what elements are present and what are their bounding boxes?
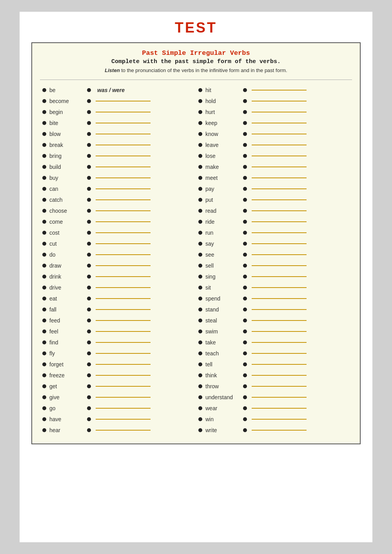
right-column: hitholdhurtkeepknowleavelosemakemeetpayp… (196, 85, 352, 436)
answer-input-line[interactable] (252, 199, 307, 200)
verb-grid: bewas / werebecomebeginbiteblowbreakbrin… (40, 85, 352, 436)
answer-input-line[interactable] (96, 408, 151, 409)
answer-input-line[interactable] (252, 210, 307, 211)
answer-input-line[interactable] (96, 254, 151, 255)
answer-input-line[interactable] (252, 353, 307, 354)
verb-word: eat (49, 295, 81, 302)
answer-input-line[interactable] (96, 167, 151, 167)
answer-input-line[interactable] (96, 265, 151, 266)
answer-input-line[interactable] (96, 397, 151, 398)
answer-input-line[interactable] (252, 221, 307, 222)
bullet-icon (87, 253, 91, 257)
answer-input-line[interactable] (96, 177, 151, 178)
verb-word: win (205, 416, 237, 422)
answer-input-line[interactable] (252, 309, 307, 310)
bullet-icon (198, 154, 202, 158)
answer-input-line[interactable] (252, 177, 307, 178)
answer-input-line[interactable] (252, 243, 307, 244)
answer-input-line[interactable] (96, 353, 151, 354)
answer-input-line[interactable] (96, 221, 151, 222)
answer-input-line[interactable] (96, 342, 151, 343)
list-item: build (40, 161, 196, 172)
bullet-icon (243, 351, 247, 355)
answer-input-line[interactable] (96, 287, 151, 288)
answer-input-line[interactable] (252, 232, 307, 233)
answer-input-line[interactable] (96, 156, 151, 156)
answer-input-line[interactable] (252, 298, 307, 299)
answer-input-line[interactable] (252, 320, 307, 321)
answer-input-line[interactable] (96, 331, 151, 332)
answer-input-line[interactable] (252, 331, 307, 332)
list-item: drink (40, 271, 196, 282)
bullet-icon (243, 428, 247, 432)
bullet-icon (243, 297, 247, 301)
verb-word: freeze (49, 372, 81, 378)
answer-input-line[interactable] (252, 397, 307, 398)
answer-input-line[interactable] (252, 408, 307, 409)
answer-input-line[interactable] (252, 90, 307, 91)
list-item: lose (196, 150, 352, 161)
bullet-icon (42, 253, 46, 257)
answer-input-line[interactable] (96, 243, 151, 244)
answer-input-line[interactable] (252, 167, 307, 167)
answer-input-line[interactable] (96, 123, 151, 123)
instruction-text: to the pronunciation of the verbs in the… (120, 67, 287, 73)
answer-input-line[interactable] (96, 134, 151, 134)
answer-input-line[interactable] (96, 375, 151, 376)
bullet-icon (198, 362, 202, 366)
answer-input-line[interactable] (96, 386, 151, 387)
answer-input-line[interactable] (96, 188, 151, 189)
bullet-icon (42, 428, 46, 432)
answer-input-line[interactable] (96, 145, 151, 145)
verb-word: buy (49, 175, 81, 181)
answer-input-line[interactable] (252, 419, 307, 420)
bullet-icon (42, 395, 46, 399)
answer-input-line[interactable] (96, 419, 151, 420)
answer-input-line[interactable] (96, 320, 151, 321)
answer-input-line[interactable] (252, 342, 307, 343)
answer-input-line[interactable] (252, 375, 307, 376)
answer-input-line[interactable] (252, 156, 307, 156)
list-item: put (196, 194, 352, 205)
answer-input-line[interactable] (252, 145, 307, 145)
bullet-icon (42, 154, 46, 158)
answer-input-line[interactable] (252, 386, 307, 387)
answer-input-line[interactable] (96, 298, 151, 299)
answer-input-line[interactable] (252, 134, 307, 134)
verb-word: do (49, 252, 81, 258)
verb-word: make (205, 164, 237, 170)
answer-input-line[interactable] (252, 254, 307, 255)
list-item: cut (40, 238, 196, 249)
answer-input-line[interactable] (252, 123, 307, 123)
answer-input-line[interactable] (252, 188, 307, 189)
verb-word: begin (49, 109, 81, 115)
bullet-icon (42, 176, 46, 180)
answer-input-line[interactable] (96, 276, 151, 277)
bullet-icon (42, 308, 46, 311)
bullet-icon (198, 275, 202, 279)
answer-input-line[interactable] (96, 199, 151, 200)
answer-input-line[interactable] (96, 232, 151, 233)
answer-input-line[interactable] (96, 430, 151, 431)
answer-input-line[interactable] (252, 101, 307, 101)
answer-input-line[interactable] (96, 112, 151, 112)
answer-input-line[interactable] (96, 364, 151, 365)
answer-input-line[interactable] (252, 287, 307, 288)
list-item: cost (40, 227, 196, 238)
answer-input-line[interactable] (252, 430, 307, 431)
bullet-icon (87, 373, 91, 377)
bullet-icon (243, 121, 247, 125)
bullet-icon (198, 253, 202, 257)
verb-word: put (205, 197, 237, 203)
answer-input-line[interactable] (96, 210, 151, 211)
bullet-icon (198, 264, 202, 268)
bullet-icon (243, 264, 247, 268)
answer-input-line[interactable] (96, 309, 151, 310)
answer-text: was / were (97, 87, 129, 93)
answer-input-line[interactable] (96, 101, 151, 101)
answer-input-line[interactable] (252, 364, 307, 365)
answer-input-line[interactable] (252, 112, 307, 112)
answer-input-line[interactable] (252, 265, 307, 266)
bullet-icon (42, 198, 46, 202)
answer-input-line[interactable] (252, 276, 307, 277)
